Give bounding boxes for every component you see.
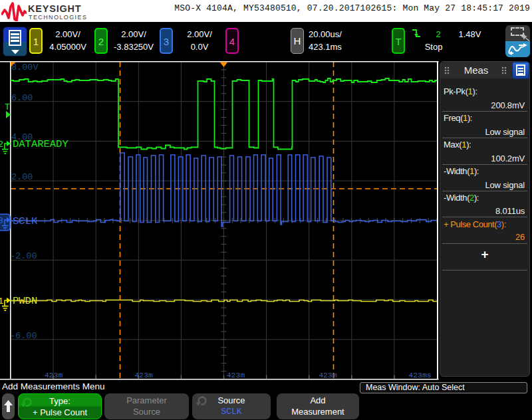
svg-text:6.00: 6.00 <box>11 93 33 103</box>
svg-text:PWDN: PWDN <box>13 295 37 307</box>
svg-text:423m: 423m <box>319 371 337 379</box>
svg-text:423m: 423m <box>134 371 153 379</box>
svg-text:423m: 423m <box>45 371 63 379</box>
svg-text:423ms: 423ms <box>408 371 432 379</box>
svg-text:423m: 423m <box>227 371 245 379</box>
svg-text:DATAREADY: DATAREADY <box>13 138 68 150</box>
svg-text:2: 2 <box>0 140 3 150</box>
svg-text:3: 3 <box>0 216 3 226</box>
svg-text:T: T <box>5 102 10 112</box>
svg-text:2.00: 2.00 <box>11 172 33 182</box>
svg-text:-2.00: -2.00 <box>10 251 37 261</box>
svg-text:SCLK: SCLK <box>13 215 38 227</box>
svg-text:8.00V: 8.00V <box>11 62 39 72</box>
svg-text:1: 1 <box>0 296 3 306</box>
svg-text:-6.00: -6.00 <box>10 331 37 341</box>
